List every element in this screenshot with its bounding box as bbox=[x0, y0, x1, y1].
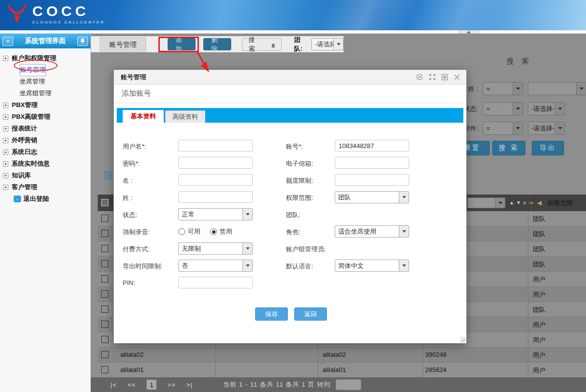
plus-expander-icon[interactable]: + bbox=[3, 56, 8, 61]
row-checkbox[interactable] bbox=[101, 245, 109, 252]
search-operator-select[interactable]: = bbox=[483, 82, 523, 95]
row-checkbox[interactable] bbox=[101, 366, 109, 373]
header-divider bbox=[0, 30, 586, 34]
export-time-limit-select[interactable]: 否 bbox=[178, 260, 253, 272]
sort-descending-icon[interactable]: ▼ bbox=[516, 200, 521, 205]
plus-expander-icon[interactable]: + bbox=[3, 103, 8, 108]
current-page-number[interactable]: 1 bbox=[147, 380, 156, 390]
sidebar-item-agent-group-mgmt[interactable]: 坐席组管理 bbox=[0, 87, 90, 99]
row-checkbox[interactable] bbox=[101, 275, 109, 283]
perm-scope-column-header[interactable]: 权限范围 bbox=[547, 199, 573, 208]
chevron-down-icon bbox=[555, 122, 564, 134]
save-button[interactable]: 保存 bbox=[255, 307, 288, 321]
plus-expander-icon[interactable]: + bbox=[3, 138, 8, 143]
sort-ascending-icon[interactable]: ▲ bbox=[509, 200, 514, 205]
sidebar-item-report-stats[interactable]: +报表统计 bbox=[0, 123, 90, 134]
sidebar-item-pbx-adv-mgmt[interactable]: +PBX高级管理 bbox=[0, 111, 90, 123]
plus-expander-icon[interactable]: + bbox=[3, 114, 8, 120]
delete-button[interactable]: 删除 bbox=[203, 38, 231, 50]
prev-page-button[interactable]: << bbox=[128, 381, 136, 389]
logout-arrow-icon: ← bbox=[14, 196, 21, 202]
resize-handle[interactable] bbox=[460, 337, 465, 342]
payment-method-select[interactable]: 无限制 bbox=[178, 242, 253, 255]
first-page-button[interactable]: |< bbox=[110, 381, 117, 389]
sidebar-collapse-button[interactable]: « bbox=[2, 37, 13, 46]
search-toggle-button[interactable]: 搜索 bbox=[242, 38, 281, 51]
move-column-right-icon[interactable]: ⇥ bbox=[528, 199, 533, 206]
last-page-button[interactable]: >| bbox=[186, 381, 193, 389]
sidebar-item-system-log[interactable]: +系统日志 bbox=[0, 146, 90, 158]
force-recording-radio-可用[interactable]: 可用 bbox=[178, 227, 200, 236]
select-all-checkbox[interactable] bbox=[101, 199, 109, 206]
radio-label: 可用 bbox=[188, 227, 200, 236]
table-row[interactable]: alilala01alilala01285624用户 bbox=[98, 363, 586, 378]
username-input[interactable] bbox=[178, 140, 253, 152]
next-page-button[interactable]: >> bbox=[167, 381, 175, 389]
search-value-select[interactable]: -请选择- bbox=[528, 122, 565, 135]
sidebar-item-knowledge-base[interactable]: +知识库 bbox=[0, 170, 90, 181]
pin-input[interactable] bbox=[178, 277, 253, 288]
sidebar-item-system-realtime-info[interactable]: +系统实时信息 bbox=[0, 158, 90, 170]
sort-clear-icon[interactable]: × bbox=[523, 200, 526, 207]
tab-advanced-info[interactable]: 高级资料 bbox=[165, 110, 205, 123]
tab-basic-info[interactable]: 基本资料 bbox=[123, 110, 164, 123]
move-column-left-icon[interactable]: ◀ bbox=[537, 199, 542, 206]
last-name-input[interactable] bbox=[178, 191, 253, 203]
search-operator-select[interactable]: = bbox=[483, 102, 523, 115]
row-checkbox[interactable] bbox=[101, 215, 109, 222]
email-input[interactable] bbox=[335, 157, 409, 169]
expand-icon[interactable] bbox=[429, 73, 436, 81]
plus-expander-icon[interactable]: + bbox=[3, 126, 8, 131]
maximize-icon[interactable] bbox=[441, 74, 448, 81]
plus-expander-icon[interactable]: + bbox=[3, 173, 8, 178]
column-filter-select[interactable] bbox=[467, 197, 505, 208]
panel-collapse-tab[interactable] bbox=[458, 30, 479, 34]
row-checkbox[interactable] bbox=[101, 305, 109, 313]
record-icon[interactable] bbox=[416, 73, 423, 81]
column-divider bbox=[528, 211, 528, 378]
role-select[interactable]: 适合坐席使用 bbox=[335, 225, 409, 238]
team-filter-select[interactable]: -请选择- bbox=[311, 38, 344, 50]
export-button[interactable]: 导出 bbox=[532, 141, 564, 155]
row-checkbox[interactable] bbox=[101, 290, 109, 298]
search-button[interactable]: 搜 索 bbox=[492, 141, 525, 155]
field-label-account-group-admin: 账户组管理员: bbox=[286, 245, 333, 254]
sidebar-item-label: 外呼营销 bbox=[12, 136, 37, 145]
back-button[interactable]: 返回 bbox=[294, 307, 327, 321]
sidebar-item-agent-mgmt[interactable]: 坐席管理 bbox=[0, 76, 90, 87]
row-checkbox[interactable] bbox=[101, 260, 109, 267]
default-language-select[interactable]: 简体中文 bbox=[335, 260, 409, 272]
row-checkbox[interactable] bbox=[101, 230, 109, 237]
status-select[interactable]: 正常 bbox=[178, 208, 253, 220]
annotation-rectangle bbox=[158, 37, 199, 52]
row-checkbox[interactable] bbox=[101, 336, 109, 343]
plus-expander-icon[interactable]: + bbox=[3, 185, 8, 190]
radio-icon bbox=[210, 228, 217, 235]
force-recording-radio-禁用[interactable]: 禁用 bbox=[210, 227, 232, 236]
search-value-select[interactable] bbox=[528, 82, 586, 95]
sidebar-pin-button[interactable] bbox=[77, 37, 88, 46]
plus-expander-icon[interactable]: + bbox=[3, 150, 8, 155]
row-checkbox[interactable] bbox=[101, 351, 109, 358]
plus-expander-icon[interactable]: + bbox=[3, 161, 8, 167]
row-checkbox[interactable] bbox=[101, 321, 109, 328]
sidebar-item-outbound-marketing[interactable]: +外呼营销 bbox=[0, 134, 90, 146]
quota-limit-input[interactable] bbox=[335, 174, 409, 186]
table-row[interactable]: alilala02alilala02390248用户 bbox=[98, 348, 586, 363]
sidebar-item-pbx-mgmt[interactable]: +PBX管理 bbox=[0, 99, 90, 111]
sidebar-item-customer-mgmt[interactable]: +客户管理 bbox=[0, 181, 90, 193]
perm-scope-select[interactable]: 团队 bbox=[335, 191, 409, 203]
tab-account-management[interactable]: 账号管理 bbox=[100, 37, 146, 52]
password-input[interactable] bbox=[178, 157, 253, 169]
team-filter-value: -请选择- bbox=[312, 40, 333, 49]
search-value-select[interactable]: -请选择- bbox=[528, 102, 565, 115]
payment-method-select-value: 无限制 bbox=[179, 244, 242, 253]
dialog-title-bar[interactable]: 账号管理 bbox=[114, 70, 466, 85]
bull-logo-icon bbox=[6, 2, 28, 26]
close-icon[interactable] bbox=[454, 74, 460, 81]
goto-page-input[interactable] bbox=[336, 379, 361, 390]
search-operator-select[interactable]: = bbox=[483, 122, 523, 135]
account-input[interactable] bbox=[335, 140, 409, 152]
sidebar-item-logout[interactable]: ←退出登陆 bbox=[0, 193, 90, 205]
first-name-input[interactable] bbox=[178, 174, 253, 186]
